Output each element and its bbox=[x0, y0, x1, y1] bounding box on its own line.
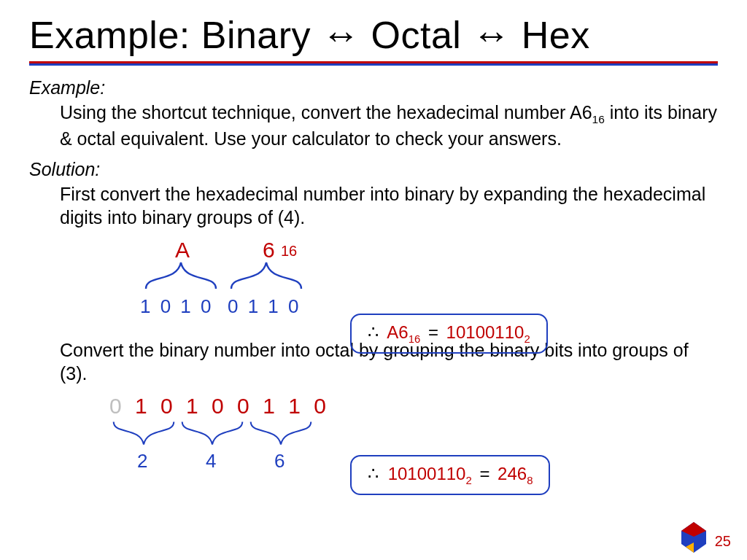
solution-label: Solution: bbox=[29, 158, 718, 181]
octal-digit-1: 2 bbox=[137, 449, 147, 473]
example-label: Example: bbox=[29, 76, 718, 99]
example-text: Using the shortcut technique, convert th… bbox=[60, 101, 718, 150]
slide-title: Example: Binary ↔ Octal ↔ Hex bbox=[29, 13, 718, 57]
slide-logo-icon bbox=[677, 521, 711, 554]
result-hex-to-binary: ∴ A616 = 101001102 bbox=[350, 314, 548, 354]
hex-base-subscript: 16 bbox=[281, 242, 297, 261]
brace-down-icon bbox=[230, 261, 303, 290]
result-binary-to-octal: ∴ 101001102 = 2468 bbox=[350, 455, 550, 495]
brace-up-icon bbox=[181, 419, 244, 448]
octal-digit-3: 6 bbox=[274, 449, 285, 473]
brace-up-icon bbox=[112, 419, 175, 448]
binary-bits-row: 0 1 0 1 0 0 1 1 0 bbox=[109, 392, 330, 420]
title-underline bbox=[29, 61, 718, 66]
page-number: 25 bbox=[715, 533, 731, 550]
octal-digit-2: 4 bbox=[206, 449, 216, 473]
hex-digit-a: A bbox=[175, 236, 190, 264]
brace-down-icon bbox=[144, 261, 217, 290]
binary-group-6: 0 1 1 0 bbox=[228, 295, 301, 319]
binary-group-a: 1 0 1 0 bbox=[140, 295, 214, 319]
solution-step-1: First convert the hexadecimal number int… bbox=[60, 182, 718, 229]
brace-up-icon bbox=[249, 419, 312, 448]
hex-digit-6: 6 bbox=[263, 236, 275, 264]
